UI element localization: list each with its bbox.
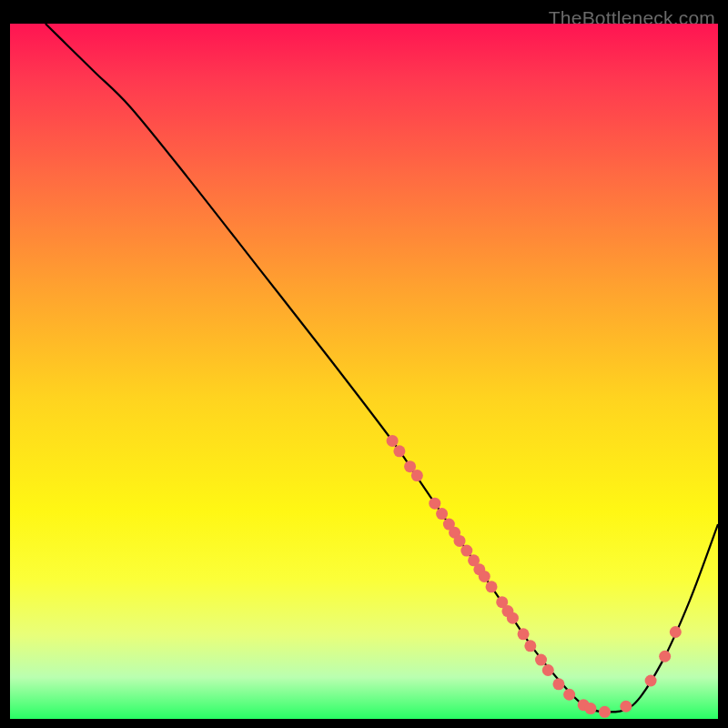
data-dot bbox=[507, 612, 519, 624]
data-dot bbox=[411, 470, 423, 481]
data-dot bbox=[454, 535, 466, 547]
data-dot bbox=[518, 628, 530, 640]
chart-plot-area bbox=[10, 24, 718, 719]
data-dot bbox=[620, 701, 632, 713]
data-dot bbox=[535, 654, 547, 666]
data-dot bbox=[563, 689, 575, 701]
data-dot bbox=[479, 571, 490, 582]
data-dot bbox=[524, 640, 536, 652]
data-dot bbox=[659, 651, 671, 662]
data-dot bbox=[387, 435, 399, 447]
data-dot bbox=[542, 664, 554, 676]
data-dot bbox=[584, 703, 596, 714]
chart-frame: TheBottleneck.com bbox=[7, 5, 721, 721]
data-dot bbox=[599, 706, 611, 718]
data-dots bbox=[387, 435, 682, 718]
data-dot bbox=[645, 674, 657, 686]
data-dot bbox=[670, 626, 682, 638]
data-dot bbox=[436, 508, 448, 520]
data-dot bbox=[429, 498, 440, 510]
bottleneck-curve bbox=[46, 24, 718, 712]
data-dot bbox=[393, 445, 405, 457]
data-dot bbox=[552, 678, 564, 690]
chart-svg bbox=[10, 24, 718, 719]
data-dot bbox=[460, 545, 472, 557]
data-dot bbox=[486, 581, 498, 592]
